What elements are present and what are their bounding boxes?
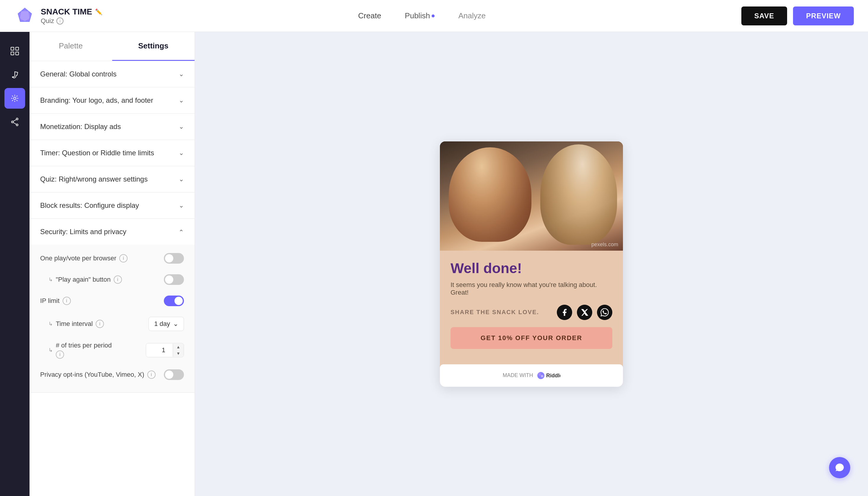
tries-number-input-wrap: ▲ ▼ [146, 343, 184, 357]
chevron-branding-icon: ⌄ [179, 96, 184, 104]
accordion-header-quiz[interactable]: Quiz: Right/wrong answer settings ⌄ [30, 166, 195, 192]
chevron-general-icon: ⌄ [179, 70, 184, 78]
chevron-monetization-icon: ⌄ [179, 123, 184, 130]
cta-button[interactable]: GET 10% OFF YOUR ORDER [451, 327, 612, 349]
svg-point-14 [538, 373, 541, 376]
nav-create[interactable]: Create [358, 9, 381, 23]
nav-publish[interactable]: Publish [405, 9, 435, 23]
settings-panel: Palette Settings General: Global control… [30, 32, 195, 496]
result-share: SHARE THE SNACK LOVE. [451, 305, 612, 320]
x-share-icon[interactable] [577, 305, 592, 320]
one-play-label: One play/vote per browser i [40, 254, 127, 262]
sidebar-item-settings[interactable] [4, 88, 25, 109]
facebook-icon [560, 308, 569, 316]
topnav-center: Create Publish Analyze [114, 9, 730, 23]
project-title-area: SNACK TIME ✏️ [41, 7, 103, 17]
privacy-toggle[interactable] [164, 369, 184, 380]
setting-row-privacy: Privacy opt-ins (YouTube, Vimeo, X) i [40, 364, 184, 385]
chevron-security-icon: ⌄ [179, 228, 184, 236]
sidebar-item-customize[interactable] [4, 64, 25, 85]
project-subtitle: Quiz i [41, 17, 103, 25]
gear-icon [10, 94, 19, 103]
edit-icon[interactable]: ✏️ [95, 8, 103, 15]
svg-point-7 [14, 97, 16, 99]
share-text: SHARE THE SNACK LOVE. [451, 309, 539, 315]
ip-limit-toggle[interactable] [164, 296, 184, 306]
project-info-icon[interactable]: i [57, 17, 63, 25]
svg-text:Riddle: Riddle [546, 373, 560, 378]
svg-point-13 [537, 372, 544, 379]
accordion-header-security[interactable]: Security: Limits and privacy ⌄ [30, 219, 195, 245]
svg-rect-6 [16, 52, 19, 55]
app-logo [14, 5, 35, 27]
sidebar [0, 32, 30, 496]
panel-tabs: Palette Settings [30, 32, 195, 61]
tries-info-icon[interactable]: i [56, 351, 64, 359]
svg-line-11 [13, 120, 16, 121]
tries-label-wrap: ↳ # of tries per period i [40, 342, 112, 359]
save-button[interactable]: SAVE [741, 6, 787, 26]
tries-number-input[interactable] [146, 343, 173, 357]
whatsapp-share-icon[interactable] [597, 305, 612, 320]
dropdown-arrow-icon: ⌄ [173, 320, 178, 328]
accordion-security: Security: Limits and privacy ⌄ One play/… [30, 219, 195, 393]
spinner-up-button[interactable]: ▲ [173, 344, 184, 350]
share-icon [10, 117, 19, 127]
accordion-header-general[interactable]: General: Global controls ⌄ [30, 61, 195, 87]
one-play-toggle[interactable] [164, 253, 184, 264]
play-again-toggle[interactable] [164, 274, 184, 285]
ip-limit-info-icon[interactable]: i [63, 297, 71, 305]
accordion-block-results: Block results: Configure display ⌄ [30, 192, 195, 219]
one-play-info-icon[interactable]: i [119, 254, 127, 262]
svg-point-8 [16, 118, 18, 120]
person2-silhouette [540, 144, 617, 245]
project-type: Quiz [41, 17, 54, 25]
main-layout: Palette Settings General: Global control… [0, 32, 868, 496]
accordion-header-monetization[interactable]: Monetization: Display ads ⌄ [30, 114, 195, 140]
svg-line-12 [13, 123, 16, 124]
indent-arrow-play-again: ↳ [48, 276, 53, 283]
play-again-label: ↳ "Play again" button i [40, 276, 122, 284]
accordion-branding: Branding: Your logo, ads, and footer ⌄ [30, 88, 195, 114]
tab-settings[interactable]: Settings [112, 32, 195, 61]
riddle-logo: Riddle [537, 371, 560, 380]
accordion-header-timer[interactable]: Timer: Question or Riddle time limits ⌄ [30, 140, 195, 166]
sidebar-item-grid[interactable] [4, 41, 25, 61]
svg-point-9 [12, 121, 13, 123]
tab-palette[interactable]: Palette [30, 32, 112, 61]
riddle-badge: MADE WITH Riddle [440, 364, 623, 387]
setting-row-one-play: One play/vote per browser i [40, 248, 184, 269]
indent-arrow-tries: ↳ [48, 347, 53, 353]
brush-icon [10, 70, 19, 79]
topnav-actions: SAVE PREVIEW [741, 6, 854, 26]
whatsapp-icon [601, 308, 609, 316]
one-play-slider [164, 253, 184, 264]
quiz-result: Well done! It seems you really know what… [440, 251, 623, 358]
accordion-header-block-results[interactable]: Block results: Configure display ⌄ [30, 192, 195, 218]
play-again-slider [164, 274, 184, 285]
number-spinners: ▲ ▼ [173, 344, 184, 357]
chevron-block-results-icon: ⌄ [179, 202, 184, 209]
quiz-image: pexels.com [440, 141, 623, 251]
privacy-info-icon[interactable]: i [147, 371, 156, 379]
accordion-monetization: Monetization: Display ads ⌄ [30, 114, 195, 140]
result-title: Well done! [451, 260, 612, 276]
time-interval-info-icon[interactable]: i [96, 320, 104, 328]
facebook-share-icon[interactable] [557, 305, 572, 320]
accordion-general: General: Global controls ⌄ [30, 61, 195, 88]
chat-bubble[interactable] [829, 457, 850, 478]
sidebar-item-share[interactable] [4, 112, 25, 132]
preview-area: pexels.com Well done! It seems you reall… [195, 32, 868, 496]
svg-rect-5 [11, 52, 14, 55]
svg-point-10 [16, 124, 18, 126]
preview-button[interactable]: PREVIEW [793, 6, 854, 26]
topnav: SNACK TIME ✏️ Quiz i Create Publish Anal… [0, 0, 868, 32]
time-interval-dropdown[interactable]: 1 day ⌄ [149, 317, 184, 331]
play-again-info-icon[interactable]: i [114, 276, 122, 284]
setting-row-play-again: ↳ "Play again" button i [40, 269, 184, 290]
nav-analyze[interactable]: Analyze [458, 9, 486, 23]
share-icons [557, 305, 612, 320]
accordion-header-branding[interactable]: Branding: Your logo, ads, and footer ⌄ [30, 88, 195, 113]
spinner-down-button[interactable]: ▼ [173, 350, 184, 357]
indent-arrow-time-interval: ↳ [48, 321, 53, 327]
